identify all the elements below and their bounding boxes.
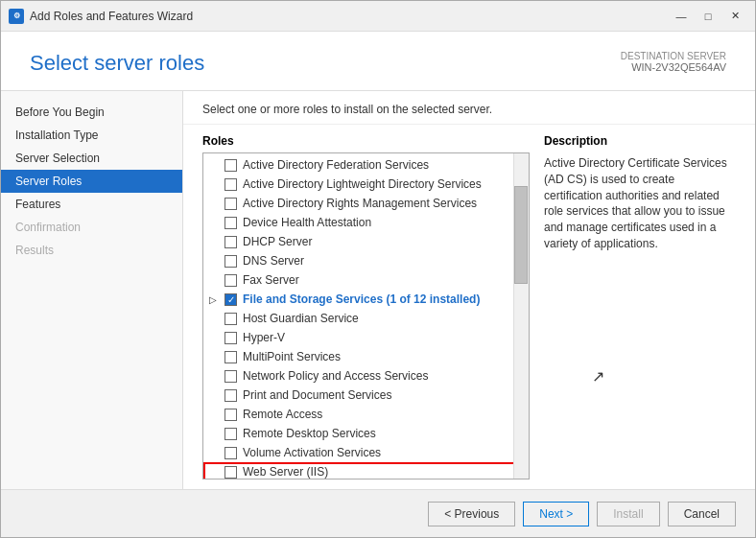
- role-checkbox[interactable]: ✓: [224, 293, 237, 306]
- description-text: Active Directory Certificate Services (A…: [544, 155, 736, 252]
- title-bar-controls: — □ ✕: [669, 7, 747, 26]
- sidebar-item-features[interactable]: Features: [1, 193, 182, 216]
- role-checkbox[interactable]: [224, 370, 237, 383]
- role-label: Active Directory Federation Services: [243, 158, 429, 172]
- right-panel: Select one or more roles to install on t…: [183, 91, 755, 489]
- list-item[interactable]: DNS Server: [203, 251, 529, 270]
- role-checkbox[interactable]: [224, 178, 237, 191]
- role-checkbox[interactable]: [224, 447, 237, 459]
- scrollbar[interactable]: [513, 153, 529, 479]
- sidebar-item-results: Results: [1, 239, 182, 262]
- list-item[interactable]: Network Policy and Access Services: [203, 366, 529, 386]
- previous-button[interactable]: < Previous: [428, 502, 515, 526]
- list-item[interactable]: Active Directory Rights Management Servi…: [203, 194, 529, 213]
- role-checkbox[interactable]: [224, 332, 237, 344]
- install-button[interactable]: Install: [597, 502, 659, 526]
- main-window: ⚙ Add Roles and Features Wizard — □ ✕ Se…: [0, 0, 756, 538]
- title-bar: ⚙ Add Roles and Features Wizard — □ ✕: [1, 1, 755, 32]
- sidebar-item-confirmation: Confirmation: [1, 216, 182, 239]
- close-button[interactable]: ✕: [722, 7, 747, 26]
- list-item[interactable]: DHCP Server: [203, 232, 529, 251]
- roles-list: Active Directory Federation Services Act…: [203, 153, 529, 480]
- role-checkbox[interactable]: [224, 389, 237, 402]
- list-item[interactable]: ▷ ✓ File and Storage Services (1 of 12 i…: [203, 290, 529, 309]
- app-icon: ⚙: [9, 9, 24, 24]
- sidebar: Before You Begin Installation Type Serve…: [1, 91, 183, 489]
- panel-body: Roles Active Directory Federation Servic…: [183, 125, 755, 489]
- role-label: DNS Server: [243, 254, 304, 268]
- list-item[interactable]: Host Guardian Service: [203, 309, 529, 328]
- role-label: Fax Server: [243, 273, 299, 287]
- list-item[interactable]: Active Directory Lightweight Directory S…: [203, 175, 529, 194]
- role-checkbox[interactable]: [224, 198, 237, 210]
- next-button[interactable]: Next >: [523, 502, 589, 526]
- role-checkbox[interactable]: [224, 236, 237, 248]
- role-label: Active Directory Lightweight Directory S…: [243, 177, 482, 191]
- roles-label: Roles: [202, 134, 530, 148]
- minimize-button[interactable]: —: [669, 7, 694, 26]
- role-label: Remote Access: [243, 408, 322, 421]
- role-checkbox[interactable]: [224, 274, 237, 287]
- list-item[interactable]: Volume Activation Services: [203, 443, 529, 462]
- description-label: Description: [544, 134, 736, 148]
- role-checkbox[interactable]: [224, 351, 237, 363]
- sidebar-item-installation-type[interactable]: Installation Type: [1, 124, 182, 147]
- page-title: Select server roles: [30, 51, 204, 76]
- role-checkbox[interactable]: [224, 466, 237, 479]
- sidebar-item-server-selection[interactable]: Server Selection: [1, 147, 182, 170]
- role-checkbox[interactable]: [224, 255, 237, 268]
- main-body: Before You Begin Installation Type Serve…: [1, 91, 755, 489]
- list-item[interactable]: Print and Document Services: [203, 386, 529, 405]
- role-label: Remote Desktop Services: [243, 427, 376, 440]
- role-label: Device Health Attestation: [243, 216, 371, 229]
- destination-label: DESTINATION SERVER: [621, 51, 726, 61]
- destination-server-name: WIN-2V32QE564AV: [621, 61, 726, 73]
- role-label: Web Server (IIS): [243, 465, 328, 479]
- scroll-thumb[interactable]: [514, 186, 528, 284]
- list-item[interactable]: Remote Access: [203, 405, 529, 424]
- expand-icon[interactable]: ▷: [209, 294, 223, 305]
- destination-server-info: DESTINATION SERVER WIN-2V32QE564AV: [621, 51, 726, 73]
- role-checkbox[interactable]: [224, 409, 237, 421]
- footer: < Previous Next > Install Cancel: [1, 489, 755, 537]
- role-label: Hyper-V: [243, 331, 285, 344]
- role-checkbox[interactable]: [224, 159, 237, 172]
- cancel-button[interactable]: Cancel: [668, 502, 736, 526]
- role-checkbox[interactable]: [224, 428, 237, 440]
- list-item[interactable]: Fax Server: [203, 270, 529, 290]
- description-section: Description Active Directory Certificate…: [544, 134, 736, 480]
- role-label: Active Directory Rights Management Servi…: [243, 197, 477, 210]
- window-title: Add Roles and Features Wizard: [30, 10, 669, 23]
- mouse-cursor: ↗: [592, 368, 604, 385]
- list-item[interactable]: Device Health Attestation: [203, 213, 529, 232]
- list-item-web-server-iis[interactable]: Web Server (IIS): [203, 462, 529, 480]
- role-label: Network Policy and Access Services: [243, 369, 428, 383]
- panel-instruction: Select one or more roles to install on t…: [183, 91, 755, 125]
- role-label: MultiPoint Services: [243, 350, 341, 363]
- list-item[interactable]: Hyper-V: [203, 328, 529, 347]
- role-label: Print and Document Services: [243, 388, 391, 402]
- list-item[interactable]: Remote Desktop Services: [203, 424, 529, 443]
- role-label: DHCP Server: [243, 235, 312, 248]
- cursor-area: ↗: [592, 367, 736, 386]
- list-item[interactable]: Active Directory Federation Services: [203, 155, 529, 175]
- roles-list-container[interactable]: Active Directory Federation Services Act…: [202, 152, 530, 480]
- sidebar-item-before-you-begin[interactable]: Before You Begin: [1, 101, 182, 124]
- role-label: File and Storage Services (1 of 12 insta…: [243, 292, 480, 306]
- page-header: Select server roles DESTINATION SERVER W…: [1, 32, 755, 91]
- roles-section: Roles Active Directory Federation Servic…: [202, 134, 530, 480]
- maximize-button[interactable]: □: [696, 7, 721, 26]
- sidebar-item-server-roles[interactable]: Server Roles: [1, 170, 182, 193]
- role-checkbox[interactable]: [224, 313, 237, 325]
- list-item[interactable]: MultiPoint Services: [203, 347, 529, 366]
- role-checkbox[interactable]: [224, 217, 237, 229]
- role-label: Host Guardian Service: [243, 312, 359, 325]
- role-label: Volume Activation Services: [243, 446, 381, 459]
